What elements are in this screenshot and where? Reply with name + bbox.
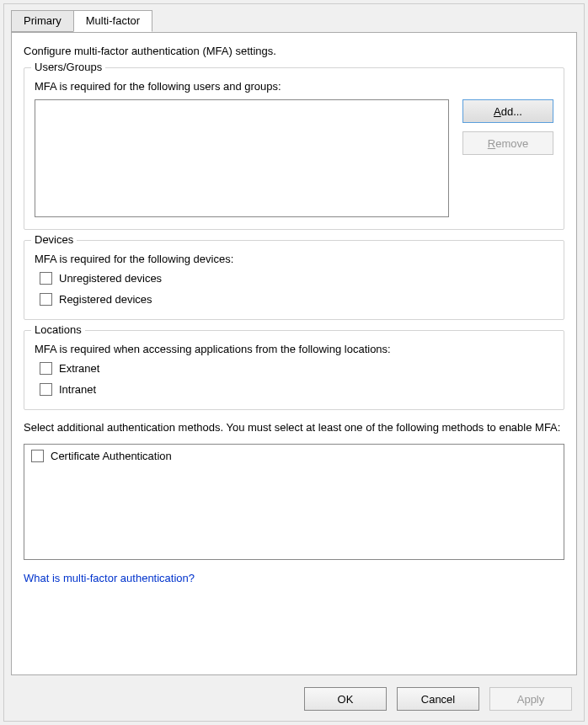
locations-fieldset: Locations MFA is required when accessing…	[24, 330, 564, 410]
registered-devices-checkbox[interactable]	[40, 293, 52, 306]
registered-devices-label: Registered devices	[59, 293, 152, 306]
certificate-auth-row[interactable]: Certificate Authentication	[31, 450, 557, 462]
locations-desc: MFA is required when accessing applicati…	[35, 343, 553, 355]
users-groups-desc: MFA is required for the following users …	[35, 80, 553, 93]
certificate-auth-checkbox[interactable]	[31, 450, 44, 462]
tab-primary[interactable]: Primary	[11, 10, 74, 32]
users-groups-fieldset: Users/Groups MFA is required for the fol…	[24, 67, 564, 230]
what-is-mfa-link[interactable]: What is multi-factor authentication?	[24, 572, 195, 584]
intranet-label: Intranet	[59, 383, 96, 396]
tabs-row: Primary Multi-factor	[4, 4, 584, 31]
extranet-label: Extranet	[59, 362, 99, 375]
users-groups-buttons: Add... Remove	[462, 99, 553, 155]
extranet-row[interactable]: Extranet	[40, 362, 553, 375]
apply-button: Apply	[489, 687, 572, 711]
additional-methods-text: Select additional authentication methods…	[24, 420, 564, 435]
add-button[interactable]: Add...	[462, 99, 553, 123]
devices-fieldset: Devices MFA is required for the followin…	[24, 240, 564, 320]
registered-devices-row[interactable]: Registered devices	[40, 293, 553, 306]
users-groups-listbox[interactable]	[35, 99, 449, 217]
dialog-buttons: OK Cancel Apply	[304, 687, 572, 711]
intranet-row[interactable]: Intranet	[40, 383, 553, 396]
tab-panel-multifactor: Configure multi-factor authentication (M…	[11, 32, 577, 675]
extranet-checkbox[interactable]	[40, 362, 52, 375]
certificate-auth-label: Certificate Authentication	[51, 450, 172, 462]
users-groups-legend: Users/Groups	[31, 61, 105, 73]
unregistered-devices-checkbox[interactable]	[40, 272, 52, 285]
unregistered-devices-label: Unregistered devices	[59, 272, 162, 285]
intranet-checkbox[interactable]	[40, 383, 52, 396]
devices-legend: Devices	[31, 233, 77, 246]
mfa-settings-dialog: Primary Multi-factor Configure multi-fac…	[3, 3, 585, 722]
devices-desc: MFA is required for the following device…	[35, 253, 553, 265]
ok-button[interactable]: OK	[304, 687, 387, 711]
tab-multifactor[interactable]: Multi-factor	[73, 10, 152, 32]
remove-button: Remove	[462, 131, 553, 155]
intro-text: Configure multi-factor authentication (M…	[24, 45, 564, 57]
additional-methods-listbox[interactable]: Certificate Authentication	[24, 444, 564, 560]
cancel-button[interactable]: Cancel	[397, 687, 479, 711]
locations-legend: Locations	[31, 323, 85, 336]
unregistered-devices-row[interactable]: Unregistered devices	[40, 272, 553, 285]
